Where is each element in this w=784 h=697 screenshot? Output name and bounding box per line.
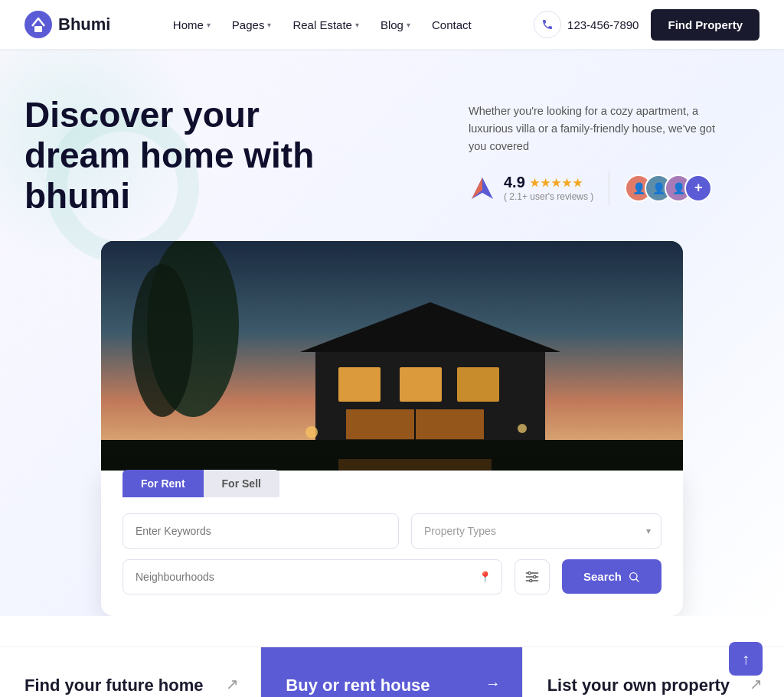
hero-image-wrap: For Rent For Sell Property Types Apartme… [101,241,683,616]
filter-icon-button[interactable] [514,559,550,594]
rating-arrow-icon [469,174,496,202]
search-row-2: 📍 Search [122,559,662,594]
card-find-home[interactable]: ↗ Find your future home [0,647,261,697]
svg-point-6 [132,264,193,417]
hero-left: Discover your dream home with bhumi [24,95,438,217]
nav-item-home[interactable]: Home▾ [173,18,211,31]
svg-rect-9 [338,367,381,402]
nav-item-blog[interactable]: Blog▾ [381,18,410,31]
svg-point-0 [24,11,52,38]
search-row-1: Property Types Apartment House Villa Stu… [122,513,662,549]
arrow-diagonal-icon-2: ↗ [750,675,763,693]
hero-subtitle: Whether you're looking for a cozy apartm… [469,103,729,156]
scroll-to-top-button[interactable]: ↑ [729,642,763,676]
rating-divider [609,171,609,205]
hero-image [101,241,683,471]
arrow-diagonal-icon: ↗ [226,675,239,693]
phone-badge: 123-456-7890 [534,11,639,38]
property-type-select-wrap: Property Types Apartment House Villa Stu… [411,513,662,549]
card-list-property-title: List your own property [547,675,760,696]
rating-count: ( 2.1+ user's reviews ) [504,191,593,202]
tab-for-rent[interactable]: For Rent [122,470,204,497]
nav-right: 123-456-7890 Find Property [534,9,760,41]
stars: ★★★★★ [530,177,583,189]
find-property-button[interactable]: Find Property [651,9,760,41]
rating-info: 4.9 ★★★★★ ( 2.1+ user's reviews ) [504,174,593,202]
svg-point-17 [518,424,527,433]
rating-score: 4.9 ★★★★★ [504,174,593,191]
svg-rect-11 [457,367,499,402]
hero-rating: 4.9 ★★★★★ ( 2.1+ user's reviews ) 👤 👤 👤 … [469,171,760,205]
property-type-select[interactable]: Property Types Apartment House Villa Stu… [411,513,662,549]
nav-item-pages[interactable]: Pages▾ [232,18,272,31]
svg-rect-1 [34,26,42,32]
hero-right: Whether you're looking for a cozy apartm… [469,95,760,205]
svg-rect-18 [338,459,492,471]
search-button[interactable]: Search [562,559,662,594]
bottom-cards: ↗ Find your future home → Buy or rent ho… [0,647,784,697]
neighbourhood-input-wrap: 📍 [122,559,502,594]
svg-rect-10 [400,367,442,402]
svg-line-26 [636,579,639,581]
svg-point-16 [305,426,318,438]
keyword-input[interactable] [122,513,399,549]
nav-item-real-estate[interactable]: Real Estate▾ [292,18,359,31]
card-buy-rent[interactable]: → Buy or rent house [261,647,522,697]
rating-left: 4.9 ★★★★★ ( 2.1+ user's reviews ) [469,174,593,202]
nav-item-contact[interactable]: Contact [432,18,472,31]
arrow-right-icon: → [485,675,501,692]
hero-content: Discover your dream home with bhumi Whet… [24,95,760,217]
phone-number: 123-456-7890 [567,18,639,31]
avatar-plus: + [684,174,712,202]
search-tabs: For Rent For Sell [122,470,662,497]
neighbourhood-input[interactable] [122,559,502,594]
navbar: Bhumi Home▾ Pages▾ Real Estate▾ Blog▾ Co… [0,0,784,49]
hero-title: Discover your dream home with bhumi [24,95,361,217]
svg-point-23 [534,575,536,578]
phone-icon [534,11,561,38]
tab-for-sell[interactable]: For Sell [204,470,279,497]
svg-point-24 [530,579,532,581]
nav-links: Home▾ Pages▾ Real Estate▾ Blog▾ Contact [173,18,472,31]
location-icon: 📍 [479,571,492,583]
hero-section: Discover your dream home with bhumi Whet… [0,49,784,616]
avatars: 👤 👤 👤 + [625,174,712,202]
search-bar: For Rent For Sell Property Types Apartme… [101,471,683,616]
card-find-home-title: Find your future home [24,675,236,696]
logo-icon [24,11,52,38]
svg-point-22 [528,572,531,574]
card-buy-rent-title: Buy or rent house [286,675,497,696]
logo[interactable]: Bhumi [24,11,110,38]
